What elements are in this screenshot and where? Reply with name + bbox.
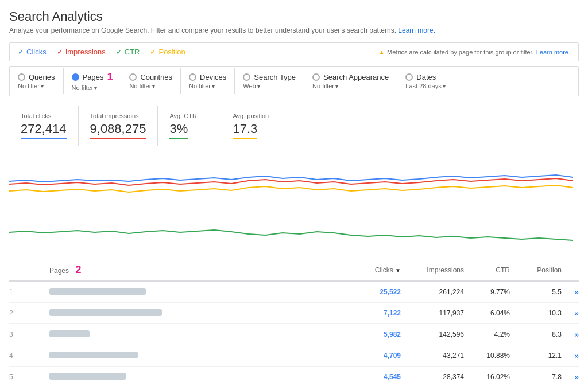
filter-pages[interactable]: Pages 1 No filter ▾ [64,67,122,96]
chevron-down-icon: ▾ [257,83,260,89]
position-toggle[interactable]: ✓ Position [150,48,185,56]
stats-row: Total clicks 272,414 Total impressions 9… [9,106,579,146]
table-row: 3 5,982 142,596 4.2% 8.3 » [9,324,579,345]
chart-top [9,155,579,213]
expand-icon[interactable]: » [574,372,579,381]
metrics-learn-more-link[interactable]: Learn more. [536,49,570,56]
row-ctr: 16.02% [464,373,510,381]
radio-queries [18,73,25,81]
metrics-toggles: ✓ Clicks ✓ Impressions ✓ CTR ✓ Position [18,48,185,56]
row-number: 3 [9,330,26,338]
metrics-note: ▲ Metrics are calculated by page for thi… [378,49,570,56]
filter-search-type[interactable]: Search Type Web ▾ [235,68,304,94]
row-action[interactable]: » [562,351,579,360]
filter-countries[interactable]: Countries No filter ▾ [121,68,181,94]
table-badge: 2 [75,264,81,275]
stat-total-impressions: Total impressions 9,088,275 [79,106,158,146]
radio-search-appearance [312,73,320,81]
row-impressions: 28,374 [401,373,464,381]
row-impressions: 261,224 [401,288,464,296]
page-title: Search Analytics [9,9,579,24]
row-position: 7.8 [510,373,562,381]
row-clicks: 4,545 [343,373,401,381]
radio-search-type [243,73,250,81]
filter-bar: Queries No filter ▾ Pages 1 No filter ▾ … [9,66,579,96]
row-clicks: 7,122 [343,309,401,317]
page-link[interactable] [49,352,138,360]
page-subtitle: Analyze your performance on Google Searc… [9,26,579,34]
row-ctr: 4.2% [464,330,510,338]
position-checkmark: ✓ [150,48,156,56]
row-impressions: 117,937 [401,309,464,317]
expand-icon[interactable]: » [574,351,579,360]
ctr-checkmark: ✓ [116,48,122,56]
chart-bottom [9,215,579,250]
row-ctr: 9.77% [464,288,510,296]
page-link[interactable] [49,330,90,338]
radio-countries [129,73,137,81]
row-impressions: 142,596 [401,330,464,338]
filter-search-appearance[interactable]: Search Appearance No filter ▾ [304,68,397,94]
radio-pages [72,73,79,81]
row-action[interactable]: » [562,330,579,339]
clicks-checkmark: ✓ [18,48,24,56]
row-page-url [26,309,343,317]
ctr-toggle[interactable]: ✓ CTR [116,48,140,56]
row-page-url [26,373,343,381]
row-number: 1 [9,288,26,296]
pages-badge: 1 [107,71,113,83]
table-header: Pages 2 Clicks ▼ Impressions CTR Positio… [9,259,579,282]
radio-dates [405,73,413,81]
chevron-down-icon: ▾ [94,85,97,91]
expand-icon[interactable]: » [574,330,579,339]
stat-total-clicks: Total clicks 272,414 [9,106,79,146]
row-position: 5.5 [510,288,562,296]
chevron-down-icon: ▾ [212,83,215,89]
stat-avg-position: Avg. position 17.3 [221,106,284,146]
row-position: 12.1 [510,352,562,360]
chevron-down-icon: ▾ [443,83,446,89]
impressions-checkmark: ✓ [57,48,63,56]
chart-area [9,155,579,250]
table-section: Pages 2 Clicks ▼ Impressions CTR Positio… [9,259,579,382]
impressions-toggle[interactable]: ✓ Impressions [57,48,106,56]
row-clicks: 4,709 [343,352,401,360]
clicks-toggle[interactable]: ✓ Clicks [18,48,47,56]
row-page-url [26,352,343,360]
row-action[interactable]: » [562,309,579,318]
expand-icon[interactable]: » [574,287,579,297]
page-link[interactable] [49,288,146,296]
row-action[interactable]: » [562,372,579,381]
row-impressions: 43,271 [401,352,464,360]
table-rows: 1 25,522 261,224 9.77% 5.5 » 2 7,122 117… [9,282,579,382]
table-row: 1 25,522 261,224 9.77% 5.5 » [9,282,579,303]
row-action[interactable]: » [562,287,579,297]
row-ctr: 6.04% [464,309,510,317]
table-row: 2 7,122 117,937 6.04% 10.3 » [9,303,579,324]
page-link[interactable] [49,373,126,381]
row-number: 4 [9,352,26,360]
page-link[interactable] [49,309,162,317]
subtitle-learn-more-link[interactable]: Learn more. [398,26,435,34]
row-position: 8.3 [510,330,562,338]
filter-dates[interactable]: Dates Last 28 days ▾ [397,68,453,94]
row-clicks: 25,522 [343,288,401,296]
warning-icon: ▲ [378,49,385,56]
row-clicks: 5,982 [343,330,401,338]
radio-devices [189,73,196,81]
expand-icon[interactable]: » [574,309,579,318]
metrics-bar: ✓ Clicks ✓ Impressions ✓ CTR ✓ Position … [9,42,579,61]
row-number: 5 [9,373,26,381]
table-row: 5 4,545 28,374 16.02% 7.8 » [9,367,579,382]
sort-arrow-icon: ▼ [395,267,401,274]
row-number: 2 [9,309,26,317]
row-page-url [26,330,343,338]
table-row: 4 4,709 43,271 10.88% 12.1 » [9,345,579,367]
row-ctr: 10.88% [464,352,510,360]
filter-devices[interactable]: Devices No filter ▾ [181,68,235,94]
row-page-url [26,288,343,296]
chevron-down-icon: ▾ [335,83,338,89]
chevron-down-icon: ▾ [152,83,155,89]
filter-queries[interactable]: Queries No filter ▾ [10,68,64,94]
row-position: 10.3 [510,309,562,317]
